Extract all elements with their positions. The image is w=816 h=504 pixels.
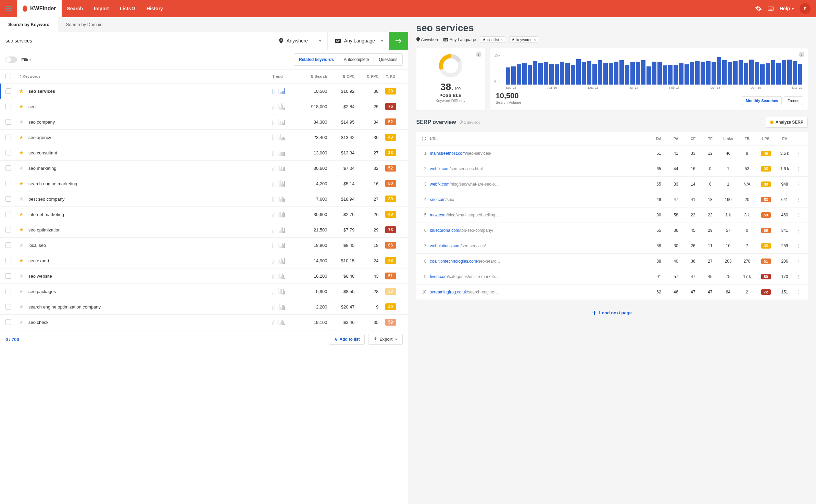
select-all-checkbox[interactable] — [5, 74, 11, 79]
row-checkbox[interactable] — [5, 135, 11, 140]
nav-import[interactable]: Import — [88, 0, 114, 17]
star-icon[interactable]: ★ — [19, 104, 24, 109]
tab-autocomplete[interactable]: Autocomplete — [339, 54, 374, 65]
row-checkbox[interactable] — [5, 242, 11, 248]
keyword-row[interactable]: ★seo packages 5,900 $8.55 28 33 — [0, 284, 408, 299]
keyword-row[interactable]: ★search engine optimization company 2,20… — [0, 299, 408, 315]
keyword-row[interactable]: ★local seo 18,800 $8.45 18 66 — [0, 238, 408, 253]
keyword-row[interactable]: ★seo consultant 13,000 $13.34 27 33 — [0, 145, 408, 161]
add-to-list-button[interactable]: ★Add to list — [329, 334, 365, 345]
tab-search-by-domain[interactable]: Search by Domain — [58, 17, 111, 32]
hamburger-menu[interactable] — [0, 0, 17, 17]
col-header-ppc[interactable]: ⇅ PPC — [355, 74, 379, 79]
keyword-row[interactable]: ★seo agency 23,400 $13.42 39 43 — [0, 130, 408, 145]
gear-icon[interactable] — [755, 5, 762, 12]
col-fb[interactable]: FB — [738, 137, 756, 141]
col-header-search[interactable]: ⇅ Search — [297, 74, 327, 79]
keyword-row[interactable]: ★seo expert 14,900 $10.15 24 48 — [0, 253, 408, 268]
monthly-searches-button[interactable]: Monthly Searches — [742, 96, 782, 105]
row-checkbox[interactable] — [5, 304, 11, 310]
serp-url[interactable]: webfx.com/seo-services.html — [430, 166, 651, 171]
row-menu[interactable]: ⋮ — [794, 213, 802, 217]
star-icon[interactable]: ★ — [19, 196, 24, 202]
col-url[interactable]: URL — [430, 137, 651, 141]
star-icon[interactable]: ★ — [19, 289, 24, 294]
star-icon[interactable]: ★ — [19, 88, 24, 94]
row-menu[interactable]: ⋮ — [794, 151, 802, 156]
serp-url[interactable]: seo.com/seo/ — [430, 197, 651, 202]
nav-search[interactable]: Search — [62, 0, 89, 17]
serp-url[interactable]: webfx.com/blog/seo/what-are-seo-s… — [430, 182, 651, 187]
row-checkbox[interactable] — [5, 88, 11, 94]
row-checkbox[interactable] — [5, 273, 11, 279]
trends-button[interactable]: Trends — [784, 96, 803, 105]
help-button[interactable]: Help — [780, 6, 794, 11]
row-checkbox[interactable] — [5, 227, 11, 232]
keyword-row[interactable]: ★seo check 19,100 $3.46 35 59 — [0, 315, 408, 330]
col-header-trend[interactable]: Trend — [273, 74, 297, 78]
row-checkbox[interactable] — [5, 289, 11, 294]
analyze-serp-button[interactable]: Analyze SERP — [766, 117, 808, 128]
tag-keywords[interactable]: ★keywords× — [509, 36, 538, 43]
row-checkbox[interactable] — [5, 196, 11, 202]
close-icon[interactable]: × — [501, 38, 503, 42]
close-icon[interactable]: × — [533, 38, 536, 42]
keyword-row[interactable]: ★seo services 10,500 $10.92 38 38 — [0, 84, 408, 99]
tab-related-keywords[interactable]: Related keywords — [294, 54, 339, 65]
tab-search-by-keyword[interactable]: Search by Keyword — [0, 17, 58, 32]
language-dropdown[interactable]: A文 Any Language — [327, 32, 389, 50]
keyword-input[interactable] — [0, 32, 266, 50]
keyboard-icon[interactable] — [767, 5, 774, 12]
load-next-page[interactable]: Load next page — [416, 300, 808, 326]
star-icon[interactable]: ★ — [19, 150, 24, 155]
col-links[interactable]: Links — [719, 137, 738, 141]
keyword-row[interactable]: ★seo 918,000 $2.84 25 76 — [0, 99, 408, 114]
col-header-kd[interactable]: ⇅ KD — [379, 74, 403, 79]
location-dropdown[interactable]: Anywhere — [266, 32, 327, 50]
row-checkbox[interactable] — [5, 150, 11, 155]
col-da[interactable]: DA — [650, 137, 667, 141]
col-ev[interactable]: EV — [775, 137, 794, 141]
nav-lists[interactable]: Lists23 — [114, 0, 141, 17]
row-menu[interactable]: ⋮ — [794, 290, 802, 294]
row-menu[interactable]: ⋮ — [794, 166, 802, 171]
filter-toggle[interactable] — [5, 56, 17, 63]
col-tf[interactable]: TF — [702, 137, 719, 141]
info-icon[interactable]: i — [799, 52, 804, 57]
serp-url[interactable]: fiverr.com/categories/online-marketi… — [430, 274, 651, 279]
row-checkbox[interactable] — [5, 165, 11, 171]
keyword-row[interactable]: ★best seo company 7,600 $18.94 27 39 — [0, 191, 408, 207]
row-menu[interactable]: ⋮ — [794, 243, 802, 248]
avatar[interactable]: F — [800, 3, 811, 14]
col-cf[interactable]: CF — [685, 137, 702, 141]
serp-url[interactable]: bluecorona.com/top-seo-company/ — [430, 228, 651, 233]
serp-url[interactable]: webolutions.com/seo-services/ — [430, 243, 651, 248]
export-button[interactable]: Export — [368, 334, 402, 345]
keyword-row[interactable]: ★search engine marketing 4,200 $5.14 16 … — [0, 176, 408, 191]
keyword-row[interactable]: ★seo marketing 30,600 $7.04 32 52 — [0, 161, 408, 176]
nav-history[interactable]: History — [141, 0, 168, 17]
tag-seo-list[interactable]: ★seo list× — [480, 36, 505, 43]
row-checkbox[interactable] — [5, 212, 11, 217]
col-pa[interactable]: PA — [667, 137, 685, 141]
serp-url[interactable]: screamingfrog.co.uk/search-engine-… — [430, 290, 651, 294]
star-icon[interactable]: ★ — [19, 304, 24, 310]
search-submit-button[interactable] — [389, 32, 408, 50]
row-checkbox[interactable] — [5, 119, 11, 125]
row-menu[interactable]: ⋮ — [794, 274, 802, 279]
keyword-row[interactable]: ★seo optimization 21,500 $7.79 29 73 — [0, 222, 408, 238]
row-checkbox[interactable] — [5, 181, 11, 186]
star-icon[interactable]: ★ — [19, 242, 24, 248]
row-menu[interactable]: ⋮ — [794, 228, 802, 233]
row-menu[interactable]: ⋮ — [794, 259, 802, 264]
row-menu[interactable]: ⋮ — [794, 182, 802, 187]
star-icon[interactable]: ★ — [19, 165, 24, 171]
keyword-row[interactable]: ★seo company 34,300 $14.95 34 52 — [0, 114, 408, 130]
col-lps[interactable]: LPS — [756, 137, 775, 141]
star-icon[interactable]: ★ — [19, 135, 24, 140]
star-icon[interactable]: ★ — [19, 258, 24, 263]
row-menu[interactable]: ⋮ — [794, 197, 802, 202]
col-header-cpc[interactable]: ⇅ CPC — [327, 74, 355, 79]
col-header-keywords[interactable]: Keywords — [19, 74, 273, 78]
expand-icon[interactable]: ⛶ — [422, 137, 430, 141]
